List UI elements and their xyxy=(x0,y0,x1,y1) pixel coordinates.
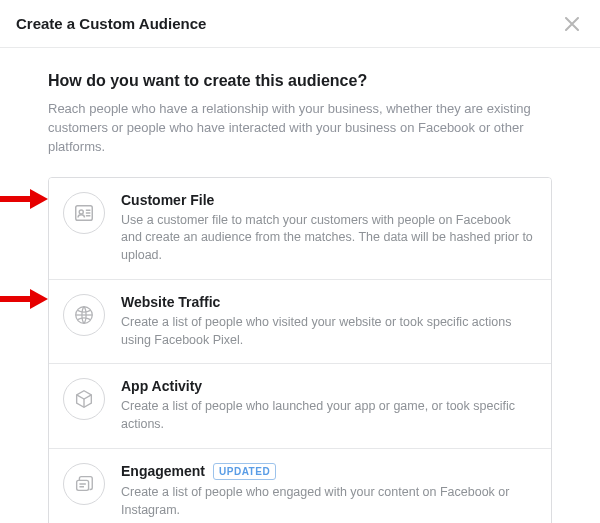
globe-icon xyxy=(63,294,105,336)
updated-badge: UPDATED xyxy=(213,463,276,480)
prompt-description: Reach people who have a relationship wit… xyxy=(48,100,552,157)
cube-icon xyxy=(63,378,105,420)
close-icon xyxy=(565,17,579,31)
customer-file-icon xyxy=(63,192,105,234)
option-description: Use a customer file to match your custom… xyxy=(121,212,535,265)
option-body: Customer File Use a customer file to mat… xyxy=(121,192,535,265)
option-body: Website Traffic Create a list of people … xyxy=(121,294,535,350)
option-body: App Activity Create a list of people who… xyxy=(121,378,535,434)
prompt-heading: How do you want to create this audience? xyxy=(48,72,552,90)
option-title: Customer File xyxy=(121,192,214,208)
option-description: Create a list of people who engaged with… xyxy=(121,484,535,520)
option-description: Create a list of people who visited your… xyxy=(121,314,535,350)
engagement-icon xyxy=(63,463,105,505)
option-body: Engagement UPDATED Create a list of peop… xyxy=(121,463,535,520)
option-description: Create a list of people who launched you… xyxy=(121,398,535,434)
option-title: Website Traffic xyxy=(121,294,220,310)
option-website-traffic[interactable]: Website Traffic Create a list of people … xyxy=(49,280,551,365)
option-customer-file[interactable]: Customer File Use a customer file to mat… xyxy=(49,178,551,280)
options-list: Customer File Use a customer file to mat… xyxy=(48,177,552,523)
modal-title: Create a Custom Audience xyxy=(16,15,206,32)
option-engagement[interactable]: Engagement UPDATED Create a list of peop… xyxy=(49,449,551,523)
svg-rect-3 xyxy=(77,480,89,490)
option-title: App Activity xyxy=(121,378,202,394)
modal-header: Create a Custom Audience xyxy=(0,0,600,48)
close-button[interactable] xyxy=(560,12,584,36)
option-title: Engagement xyxy=(121,463,205,479)
modal-body: How do you want to create this audience?… xyxy=(0,48,600,523)
svg-point-1 xyxy=(79,210,83,214)
option-app-activity[interactable]: App Activity Create a list of people who… xyxy=(49,364,551,449)
